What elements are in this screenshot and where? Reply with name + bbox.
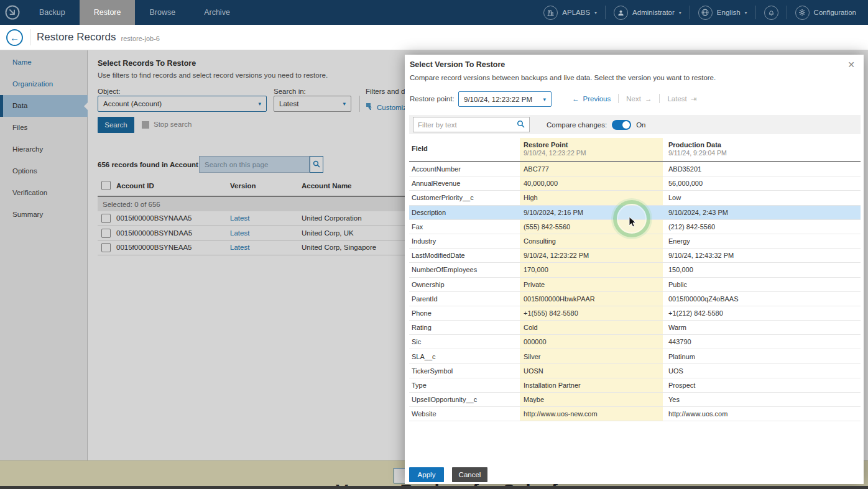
modal-title: Select Version To Restore [410,60,505,69]
production-data-value: 9/10/24, 12:43:32 PM [663,252,861,259]
page-subtitle: restore-job-6 [121,35,160,42]
field-name: Website [409,410,520,418]
production-data-value: Low [663,194,861,201]
chevron-down-icon: ▾ [679,10,681,16]
version-row-sic[interactable]: Sic000000443790 [409,335,861,349]
compare-state-label: On [636,121,645,129]
field-name: TickerSymbol [409,367,520,375]
field-name: AccountNumber [409,165,520,173]
modal-description: Compare record versions between backups … [410,74,716,81]
production-data-value: UOS [663,367,861,375]
restore-point-value: 9/10/24, 12:23:22 PM [520,249,663,262]
org-label: APLABS [562,9,590,16]
restore-point-value: 170,000 [520,263,663,276]
globe-icon [698,6,713,20]
latest-button[interactable]: Latest ⇥ [667,94,696,103]
production-data-value: Yes [663,396,861,403]
production-data-value: http://www.uos.com [663,410,861,418]
bell-icon [764,6,778,20]
field-column-header: Field [412,145,428,152]
version-row-annualrevenue[interactable]: AnnualRevenue40,000,00056,000,000 [409,176,861,191]
gear-icon [795,6,810,20]
next-button[interactable]: Next → [626,95,652,103]
version-filter-input[interactable]: Filter by text [413,117,530,132]
field-name: Ownership [409,281,520,288]
org-selector[interactable]: APLABS ▾ [535,0,605,25]
restore-point-value: ABC777 [520,162,663,176]
version-filter-bar: Filter by text Compare changes: On [409,115,861,134]
field-name: NumberOfEmployees [409,266,520,273]
production-data-value: Energy [663,237,861,245]
restore-point-value: 9/10/24, 12:23:22 PM [464,96,532,103]
production-data-value: +1(212) 842-5580 [663,309,861,317]
main-nav-tabs: BackupRestoreBrowseArchive [25,0,244,25]
production-data-value: 443790 [663,338,861,345]
version-row-accountnumber[interactable]: AccountNumberABC777ABD35201 [409,162,861,176]
compare-changes-toggle[interactable] [612,120,631,130]
nav-tab-archive[interactable]: Archive [190,0,244,25]
compare-changes-label: Compare changes: [547,121,607,129]
version-row-numberofemployees[interactable]: NumberOfEmployees170,000150,000 [409,263,861,277]
previous-label: Previous [583,95,611,103]
notifications-button[interactable] [756,0,787,25]
configuration-button[interactable]: Configuration [787,0,864,25]
apply-button[interactable]: Apply [409,467,444,482]
language-label: English [717,9,741,16]
nav-tab-backup[interactable]: Backup [25,0,80,25]
version-row-sla__c[interactable]: SLA__cSilverPlatinum [409,349,861,363]
select-version-modal: Select Version To Restore ✕ Compare reco… [405,55,864,484]
restore-point-value: Maybe [520,393,663,406]
back-button[interactable]: ← [6,29,23,46]
version-row-lastmodifieddate[interactable]: LastModifiedDate9/10/24, 12:23:22 PM9/10… [409,249,861,263]
restore-point-select[interactable]: 9/10/24, 12:23:22 PM ▾ [458,91,552,107]
nav-right-cluster: APLABS ▾ Administrator ▾ English ▾ [535,0,864,25]
version-row-website[interactable]: Websitehttp://www.uos-new.comhttp://www.… [409,407,861,421]
restore-point-value: http://www.uos-new.com [520,407,663,421]
restore-point-value: 0015f00000HbwkPAAR [520,292,663,306]
restore-point-value: 000000 [520,335,663,349]
close-icon[interactable]: ✕ [847,60,855,70]
page-header: ← Restore Records restore-job-6 [0,25,868,50]
arrow-to-bar-icon: ⇥ [691,94,697,103]
divider [659,94,660,103]
production-data-value: 56,000,000 [663,180,861,187]
user-menu[interactable]: Administrator ▾ [606,0,690,25]
restore-point-value: 40,000,000 [520,176,663,190]
app-root: BackupRestoreBrowseArchive APLABS ▾ Admi… [0,0,868,489]
version-row-upsellopportunity__c[interactable]: UpsellOpportunity__cMaybeYes [409,393,861,407]
arrow-right-icon: → [645,95,652,103]
divider [618,94,619,103]
production-data-value: 150,000 [663,266,861,273]
field-name: Fax [409,223,520,231]
cancel-button[interactable]: Cancel [452,467,487,482]
version-row-ownership[interactable]: OwnershipPrivatePublic [409,278,861,292]
production-data-value: Warm [663,324,861,331]
restore-point-value: Consulting [520,234,663,248]
nav-tab-restore[interactable]: Restore [80,0,136,25]
nav-tab-browse[interactable]: Browse [135,0,190,25]
field-name: UpsellOpportunity__c [409,396,520,403]
latest-label: Latest [667,95,686,103]
restore-point-column-date: 9/10/24, 12:23:22 PM [524,149,663,157]
field-name: Type [409,382,520,389]
filter-placeholder: Filter by text [418,121,457,129]
field-name: AnnualRevenue [409,180,520,187]
version-row-tickersymbol[interactable]: TickerSymbolUOSNUOS [409,364,861,378]
version-row-rating[interactable]: RatingColdWarm [409,321,861,335]
chevron-down-icon: ▾ [594,10,597,16]
previous-button[interactable]: ← Previous [572,95,611,103]
restore-point-value: UOSN [520,364,663,378]
language-selector[interactable]: English ▾ [690,0,755,25]
version-row-parentid[interactable]: ParentId0015f00000HbwkPAAR0015f00000qZ4o… [409,292,861,306]
production-data-column-header: Production Data [668,141,861,149]
version-row-type[interactable]: TypeInstallation PartnerProspect [409,378,861,393]
production-data-value: Public [663,281,861,288]
next-label: Next [626,95,641,103]
production-data-value: 0015f00000qZ4oBAAS [663,295,861,303]
version-row-phone[interactable]: Phone+1(555) 842-5580+1(212) 842-5580 [409,306,861,321]
field-name: CustomerPriority__c [409,194,520,201]
divider [30,29,30,45]
version-compare-table: Field Restore Point 9/10/24, 12:23:22 PM… [409,138,861,421]
chevron-down-icon: ▾ [745,10,747,16]
production-data-value: ABD35201 [663,165,861,173]
